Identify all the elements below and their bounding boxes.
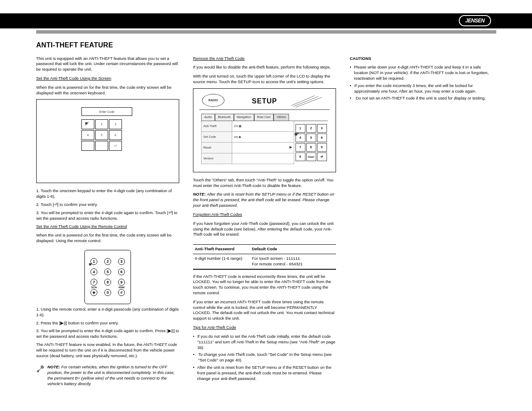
numpad-3[interactable]: 3 <box>317 124 327 133</box>
remote-key-4[interactable]: 4 <box>90 268 97 275</box>
col2-tabs-p: Touch the "Others" tab, then touch "Anti… <box>193 177 336 189</box>
col2-note-text: After the unit is reset from the SETUP m… <box>193 192 334 208</box>
col3-c3: •Do not set an ANTI-THEFT code if the un… <box>350 96 493 101</box>
numpad-8[interactable]: 8 <box>306 143 316 152</box>
col1-set-remote-p: When the unit is powered on for the firs… <box>36 233 179 244</box>
col2-remove-p: If you would like to disable the anti-th… <box>193 65 336 70</box>
numpad-7[interactable]: 7 <box>296 143 305 152</box>
key-enter[interactable]: ⏎ <box>109 141 122 151</box>
tools-icon <box>36 364 45 375</box>
table-r1c2-b: For remote control - 654321 <box>252 262 334 267</box>
col1-note-prefix: NOTE: <box>47 364 61 369</box>
col2-important-p: If the ANTI-THEFT code is entered incorr… <box>193 274 336 296</box>
col2-tips-label: Tips for Anti-Theft Code <box>193 325 336 330</box>
col2-forgot-label: Forgotten Anti-Theft Codes <box>193 212 336 218</box>
col1-rstep-2: 2. Press the [▶||] button to confirm you… <box>36 321 179 326</box>
remote-key-hash[interactable]: # <box>118 289 125 296</box>
remote-key-3[interactable]: 3 <box>118 258 125 265</box>
col2-note-prefix: NOTE: <box>193 192 207 196</box>
pointer-icon <box>87 122 91 127</box>
key-blank-2 <box>95 141 108 151</box>
col1-note-text: For certain vehicles, when the ignition … <box>47 364 175 386</box>
setup-left-labels: Anti-Theft Set Code Reset Version <box>201 121 232 164</box>
key-2[interactable]: 2 <box>95 119 108 129</box>
col2-locked-p: If you enter an incorrect ANTI-THEFT cod… <box>193 299 336 321</box>
col2-remove-p2: With the unit turned on, touch the upper… <box>193 74 336 85</box>
tab-navigation[interactable]: Navigation <box>234 114 254 121</box>
col1-set-screen-label: Set the Anti-Theft Code Using the Screen <box>36 76 179 81</box>
remote-key-6[interactable]: 6 <box>118 268 125 275</box>
remote-key-0[interactable]: 0 <box>104 289 111 296</box>
setup-rule <box>199 109 330 110</box>
label-version: Version <box>201 153 232 164</box>
col1-step-3: 3. You will be prompted to enter the 4-d… <box>36 210 179 221</box>
key-1[interactable]: 1 <box>81 119 94 129</box>
figure-remote-keypad: 1 2 3 4 5 6 7SCN 8 9RDM ★ <box>84 250 131 304</box>
col1-rstep-1: 1. Using the remote control, enter a 4-d… <box>36 307 179 318</box>
setup-numpad: ☛ 1 2 3 4 5 6 7 8 9 0 <box>294 121 328 164</box>
table-r1c1: 4-digit number (1-6 range) <box>193 254 250 269</box>
column-2: Remove the Anti-Theft Code If you would … <box>193 56 336 387</box>
setup-content: Anti-Theft Set Code Reset Version On ▦ •… <box>201 121 328 164</box>
remote-key-1[interactable]: 1 <box>90 258 97 265</box>
remote-key-9[interactable]: 9RDM <box>118 279 125 286</box>
mid-antitheft[interactable]: On ▦ <box>232 121 294 132</box>
tab-rearcam[interactable]: Rear Cam <box>254 114 274 121</box>
tab-others[interactable]: Others <box>274 114 289 121</box>
col1-rstep-3: 3. You will be prompted to enter the 4-d… <box>36 328 179 339</box>
col3-caution-label: CAUTIONS <box>350 56 493 62</box>
col1-note: NOTE: For certain vehicles, when the ign… <box>36 364 179 386</box>
col2-tip-3: •After the unit is reset from the SETUP … <box>193 365 336 381</box>
remote-key-9-sub: RDM <box>118 286 124 289</box>
label-setcode[interactable]: Set Code <box>201 132 232 143</box>
setup-mid-controls: On ▦ •••• ▶ ▶ <box>232 121 294 164</box>
columns: This unit is equipped with an ANTI-THEFT… <box>36 56 495 387</box>
mid-setcode[interactable]: •••• ▶ <box>232 132 294 143</box>
numpad-0[interactable]: 0 <box>296 153 305 161</box>
numpad-clear[interactable]: Clear <box>306 153 316 161</box>
numpad-9[interactable]: 9 <box>317 143 327 152</box>
figure-setup-screen: RADIO SETUP Audio Bluetooth Navigation R… <box>193 88 336 172</box>
column-1: This unit is equipped with an ANTI-THEFT… <box>36 56 179 387</box>
onscreen-keypad: 1 2 3 4 5 6 ⏎ <box>81 119 132 151</box>
table-r1c2: For touch screen - 111111 For remote con… <box>250 254 336 269</box>
numpad-6[interactable]: 6 <box>317 134 327 142</box>
table-h2: Default Code <box>250 245 336 254</box>
key-5[interactable]: 5 <box>95 130 108 140</box>
label-reset[interactable]: Reset <box>201 143 232 153</box>
key-4[interactable]: 4 <box>81 130 94 140</box>
table-r1c2-a: For touch screen - 111111 <box>252 256 334 262</box>
tabs-row: Audio Bluetooth Navigation Rear Cam Othe… <box>201 114 328 121</box>
column-3: CAUTIONS •Please write down your 4-digit… <box>350 56 493 387</box>
col1-intro: This unit is equipped with an ANTI-THEFT… <box>36 56 179 72</box>
code-entry-field: Enter Code <box>81 107 132 116</box>
mid-reset[interactable]: ▶ <box>232 143 294 153</box>
brand-logo: JENSEN <box>459 15 491 26</box>
remote-key-5[interactable]: 5 <box>104 268 111 275</box>
tab-audio[interactable]: Audio <box>201 114 215 121</box>
col2-note-1: NOTE: After the unit is reset from the S… <box>193 192 336 208</box>
col1-set-remote-label: Set the Anti-Theft Code Using the Remote… <box>36 224 179 230</box>
col1-step-1: 1. Touch the onscreen keypad to enter th… <box>36 188 179 199</box>
remote-key-8[interactable]: 8 <box>104 279 111 286</box>
remote-key-7[interactable]: 7SCN <box>90 279 97 286</box>
col1-set-screen-p: When the unit is powered on for the firs… <box>36 85 179 96</box>
pointer-icon: ☛ <box>294 131 299 138</box>
numpad-2[interactable]: 2 <box>306 124 316 133</box>
label-antitheft[interactable]: Anti-Theft <box>201 121 232 132</box>
key-6[interactable]: 6 <box>109 130 122 140</box>
col2-remove-label: Remove the Anti-Theft Code <box>193 56 336 62</box>
col3-c1: •Please write down your 4-digit ANTI-THE… <box>350 65 493 81</box>
numpad-5[interactable]: 5 <box>306 134 316 142</box>
document-page: JENSEN ANTI-THEFT FEATURE This unit is e… <box>0 0 532 411</box>
header-rule <box>36 30 496 34</box>
remote-key-7-sub: SCN <box>91 286 97 289</box>
mid-version <box>232 153 294 164</box>
remote-key-star[interactable]: ★ <box>90 289 97 296</box>
key-3[interactable]: 3 <box>109 119 122 129</box>
numpad-enter[interactable]: ⏎ <box>317 153 327 161</box>
remote-key-2[interactable]: 2 <box>104 258 111 265</box>
tab-bluetooth[interactable]: Bluetooth <box>215 114 234 121</box>
figure-code-entry-screen: Enter Code 1 2 3 4 5 6 ⏎ <box>36 99 179 183</box>
key-blank-1 <box>81 141 94 151</box>
